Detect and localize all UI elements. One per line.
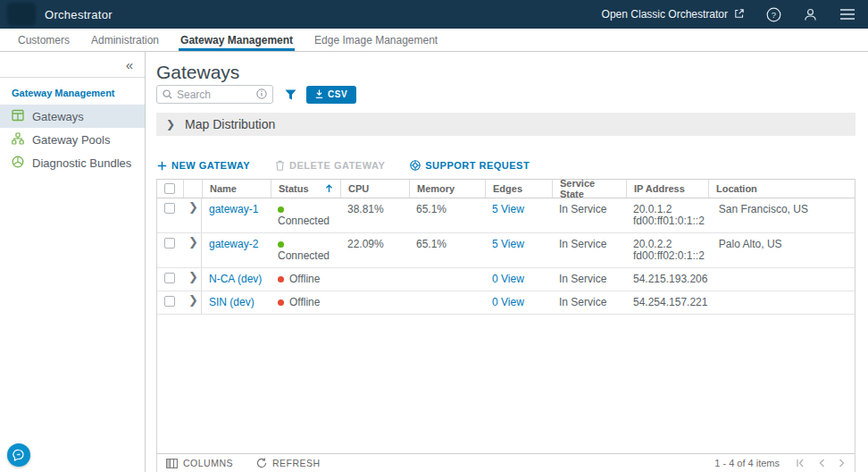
new-gateway-button[interactable]: NEW GATEWAY — [157, 160, 250, 171]
main-content: Gateways C — [146, 52, 868, 472]
header-select-all-cell — [157, 180, 183, 198]
cpu-cell — [340, 291, 409, 314]
column-header-memory[interactable]: Memory — [409, 180, 485, 198]
row-expand-cell: ❯ — [183, 198, 202, 232]
header-expand-cell — [183, 180, 202, 198]
columns-button[interactable]: COLUMNS — [166, 458, 233, 468]
ipv6-text: fd00:ff02:0:1::2 — [633, 250, 705, 262]
open-classic-orchestrator-link[interactable]: Open Classic Orchestrator — [602, 8, 745, 21]
ip-address-cell: 20.0.1.2fd00:ff01:0:1::2 — [626, 198, 712, 232]
csv-download-button[interactable]: CSV — [306, 86, 356, 104]
feedback-chat-button[interactable] — [7, 443, 30, 467]
gateways-icon — [12, 109, 24, 124]
external-link-icon — [734, 8, 745, 21]
table-row: ❯ gateway-1 Connected 38.81% 65.1% 5 Vie… — [157, 198, 855, 233]
location-cell: Palo Alto, US — [712, 233, 855, 267]
column-header-status[interactable]: Status — [271, 180, 340, 198]
sidebar-collapse-row: « — [0, 52, 145, 78]
sidebar-section-label: Gateway Management — [0, 78, 145, 105]
help-icon[interactable]: ? — [766, 7, 781, 22]
svg-text:?: ? — [772, 10, 776, 20]
tab-gateway-management[interactable]: Gateway Management — [170, 29, 304, 51]
edges-view-link[interactable]: 0 View — [492, 273, 524, 285]
chevron-right-icon: ❯ — [166, 118, 175, 131]
search-icon — [163, 87, 172, 103]
open-classic-label: Open Classic Orchestrator — [602, 8, 728, 21]
cpu-cell: 22.09% — [340, 233, 409, 267]
expand-row-icon[interactable]: ❯ — [188, 270, 198, 283]
support-request-label: SUPPORT REQUEST — [425, 160, 530, 171]
support-request-button[interactable]: SUPPORT REQUEST — [410, 160, 530, 171]
service-state-cell: In Service — [552, 198, 626, 232]
previous-page-icon[interactable] — [818, 459, 825, 468]
sidebar-item-gateway-pools[interactable]: Gateway Pools — [0, 128, 145, 151]
location-cell: San Francisco, US — [712, 198, 855, 232]
search-box — [156, 85, 273, 104]
expand-row-icon[interactable]: ❯ — [188, 200, 198, 214]
tab-customers[interactable]: Customers — [7, 29, 80, 51]
sort-ascending-icon — [325, 184, 333, 193]
collapse-sidebar-icon[interactable]: « — [126, 58, 133, 72]
download-icon — [315, 89, 323, 100]
tab-administration[interactable]: Administration — [80, 29, 170, 51]
row-checkbox[interactable] — [164, 273, 175, 283]
gateway-name-link[interactable]: N-CA (dev) — [209, 273, 262, 285]
row-checkbox[interactable] — [164, 238, 175, 249]
hamburger-menu-icon[interactable] — [839, 8, 855, 21]
gateway-name-link[interactable]: SIN (dev) — [209, 296, 255, 308]
next-page-icon[interactable] — [839, 459, 846, 468]
column-header-service-state[interactable]: Service State — [552, 180, 626, 198]
status-cell: Offline — [271, 268, 340, 291]
map-distribution-panel-header[interactable]: ❯ Map Distribution — [156, 113, 855, 136]
expand-row-icon[interactable]: ❯ — [188, 293, 198, 307]
column-header-name[interactable]: Name — [202, 180, 271, 198]
pagination-range-label: 1 - 4 of 4 items — [714, 458, 780, 468]
column-header-edges[interactable]: Edges — [485, 180, 552, 198]
user-icon[interactable] — [803, 7, 818, 22]
row-checkbox[interactable] — [164, 203, 175, 214]
memory-cell: 65.1% — [409, 198, 485, 232]
column-header-location[interactable]: Location — [708, 180, 855, 198]
expand-row-icon[interactable]: ❯ — [188, 235, 198, 249]
gateway-name-link[interactable]: gateway-2 — [209, 238, 258, 250]
gateway-name-link[interactable]: gateway-1 — [209, 203, 258, 215]
status-dot — [278, 276, 284, 282]
brand-logo — [7, 3, 36, 26]
ipv4-text: 54.215.193.206 — [633, 274, 707, 285]
gateway-name-cell: SIN (dev) — [202, 291, 271, 314]
table-header-row: Name Status CPU Memory Edges Service Sta… — [157, 179, 855, 198]
first-page-icon[interactable] — [796, 459, 805, 468]
sidebar-item-diagnostic-bundles[interactable]: Diagnostic Bundles — [0, 151, 145, 174]
columns-icon — [166, 459, 178, 468]
row-expand-cell: ❯ — [183, 268, 202, 291]
app-window: Orchestrator Open Classic Orchestrator ?… — [0, 0, 868, 472]
search-input[interactable] — [177, 88, 252, 101]
tab-edge-image-management[interactable]: Edge Image Management — [304, 29, 448, 51]
row-select-cell — [157, 268, 183, 291]
table-body: ❯ gateway-1 Connected 38.81% 65.1% 5 Vie… — [157, 198, 855, 453]
refresh-icon — [256, 458, 267, 468]
edges-view-link[interactable]: 5 View — [492, 238, 524, 250]
refresh-button[interactable]: REFRESH — [256, 458, 321, 468]
service-state-cell: In Service — [552, 291, 626, 314]
sidebar-item-label: Gateway Pools — [32, 133, 110, 147]
edges-view-link[interactable]: 0 View — [492, 296, 524, 308]
ipv6-text: fd00:ff01:0:1::2 — [633, 215, 705, 227]
row-expand-cell: ❯ — [183, 291, 202, 314]
delete-gateway-label: DELETE GATEWAY — [289, 160, 385, 171]
edges-cell: 5 View — [485, 198, 552, 232]
column-header-ip-address[interactable]: IP Address — [626, 180, 708, 198]
edges-view-link[interactable]: 5 View — [492, 203, 524, 215]
info-icon[interactable] — [256, 87, 267, 103]
status-text: Connected — [278, 249, 330, 262]
memory-cell: 65.1% — [409, 233, 485, 267]
row-checkbox[interactable] — [164, 296, 175, 307]
delete-gateway-button[interactable]: DELETE GATEWAY — [275, 160, 385, 171]
filter-icon[interactable] — [285, 89, 296, 100]
status-dot — [278, 241, 284, 248]
sidebar-item-gateways[interactable]: Gateways — [0, 105, 145, 128]
edges-cell: 5 View — [485, 233, 552, 267]
columns-label: COLUMNS — [183, 458, 233, 468]
select-all-checkbox[interactable] — [164, 183, 175, 194]
column-header-cpu[interactable]: CPU — [340, 180, 409, 198]
